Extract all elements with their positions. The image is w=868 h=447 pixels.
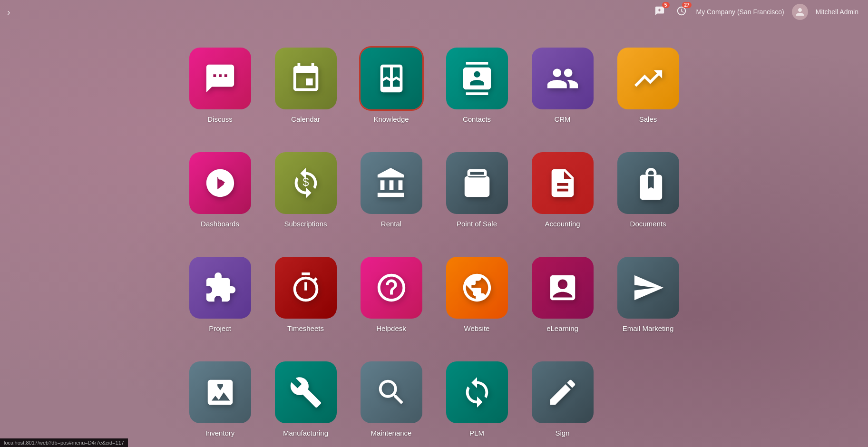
timesheets-icon [275,257,337,319]
app-subscriptions[interactable]: $ Subscriptions [263,147,349,252]
plm-icon [446,361,508,423]
app-accounting[interactable]: Accounting [520,147,605,252]
svg-point-3 [224,183,228,187]
helpdesk-icon [361,257,422,319]
emailmarketing-label: Email Marketing [623,324,674,332]
accounting-label: Accounting [545,220,580,228]
app-rental[interactable]: Rental [349,147,434,252]
elearning-icon [532,257,594,319]
discuss-label: Discuss [207,115,233,123]
topbar-left: › [5,4,13,20]
messages-button[interactable]: 5 [653,4,667,20]
knowledge-label: Knowledge [373,115,409,123]
app-sign[interactable]: Sign [520,357,605,447]
menu-toggle-button[interactable]: › [5,4,13,20]
app-project[interactable]: Project [177,252,263,357]
app-timesheets[interactable]: Timesheets [263,252,349,357]
project-icon [189,257,251,319]
project-label: Project [209,324,231,332]
documents-label: Documents [630,220,666,228]
rental-label: Rental [381,220,401,228]
user-avatar[interactable] [792,4,808,20]
app-helpdesk[interactable]: Helpdesk [349,252,434,357]
app-documents[interactable]: Documents [605,147,691,252]
rental-icon [361,152,422,214]
app-maintenance[interactable]: Maintenance [349,357,434,447]
plm-label: PLM [469,429,484,437]
accounting-icon [532,152,594,214]
svg-point-2 [218,175,222,180]
app-inventory[interactable]: Inventory [177,357,263,447]
status-url: localhost:8017/web?db=pos#menu=D4r7e&cid… [4,440,124,446]
calendar-icon [275,48,337,109]
contacts-icon [446,48,508,109]
manufacturing-icon [275,361,337,423]
svg-text:$: $ [302,176,309,188]
svg-point-1 [212,181,216,185]
pointofsale-icon [446,152,508,214]
activities-button[interactable]: 27 [674,4,689,20]
inventory-label: Inventory [205,429,235,437]
dashboards-icon [189,152,251,214]
emailmarketing-icon [617,257,679,319]
knowledge-icon [361,48,422,109]
subscriptions-icon: $ [275,152,337,214]
documents-icon [617,152,679,214]
crm-icon [532,48,594,109]
sales-label: Sales [639,115,657,123]
activities-badge: 27 [682,2,691,8]
elearning-label: eLearning [546,324,578,332]
contacts-label: Contacts [463,115,491,123]
app-elearning[interactable]: eLearning [520,252,605,357]
website-label: Website [464,324,490,332]
manufacturing-label: Manufacturing [283,429,328,437]
statusbar: localhost:8017/web?db=pos#menu=D4r7e&cid… [0,438,128,447]
app-plm[interactable]: PLM [434,357,520,447]
app-calendar[interactable]: Calendar [263,43,349,147]
timesheets-label: Timesheets [287,324,324,332]
crm-label: CRM [554,115,570,123]
app-discuss[interactable]: Discuss [177,43,263,147]
sales-icon [617,48,679,109]
pointofsale-label: Point of Sale [457,220,497,228]
sign-label: Sign [555,429,569,437]
user-name: Mitchell Admin [816,8,858,16]
app-dashboards[interactable]: Dashboards [177,147,263,252]
app-crm[interactable]: CRM [520,43,605,147]
maintenance-label: Maintenance [371,429,412,437]
app-knowledge[interactable]: Knowledge [349,43,434,147]
website-icon [446,257,508,319]
app-contacts[interactable]: Contacts [434,43,520,147]
messages-badge: 5 [662,2,670,8]
dashboards-label: Dashboards [201,220,239,228]
app-emailmarketing[interactable]: Email Marketing [605,252,691,357]
topbar: › 5 27 My Company (San Francisco) Mitche… [0,0,868,24]
sign-icon [532,361,594,423]
app-grid: Discuss Calendar Knowledge Contacts CRM … [0,29,868,447]
subscriptions-label: Subscriptions [284,220,327,228]
app-website[interactable]: Website [434,252,520,357]
app-sales[interactable]: Sales [605,43,691,147]
maintenance-icon [361,361,422,423]
discuss-icon [189,48,251,109]
helpdesk-label: Helpdesk [376,324,406,332]
topbar-right: 5 27 My Company (San Francisco) Mitchell… [653,4,858,20]
app-manufacturing[interactable]: Manufacturing [263,357,349,447]
calendar-label: Calendar [291,115,320,123]
company-name: My Company (San Francisco) [696,8,784,16]
app-pointofsale[interactable]: Point of Sale [434,147,520,252]
inventory-icon [189,361,251,423]
